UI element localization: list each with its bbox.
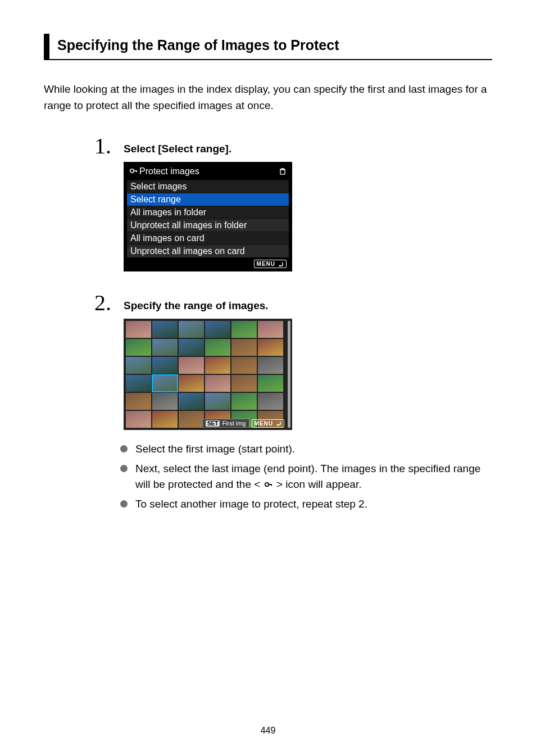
thumb[interactable] [205,375,230,392]
thumb[interactable] [205,393,230,410]
thumb[interactable] [152,321,178,338]
bullet-icon [120,465,128,472]
thumb[interactable] [126,357,151,374]
thumb-selected[interactable] [152,375,178,392]
page-number: 449 [0,726,536,736]
bullet-3: To select another image to protect, repe… [120,496,492,513]
bullet-1: Select the first image (start point). [120,441,492,458]
protect-images-menu: Protect images Select images Select rang… [124,162,292,271]
menu-item-all-on-card[interactable]: All images on card [127,232,289,245]
thumb[interactable] [126,375,151,392]
bullet-1-text: Select the first image (start point). [135,441,295,458]
svg-rect-11 [271,484,272,486]
menu-item-all-in-folder[interactable]: All images in folder [127,206,289,219]
thumb[interactable] [231,321,257,338]
svg-point-0 [130,169,134,173]
svg-rect-2 [136,170,137,172]
bullet-2: Next, select the last image (end point).… [120,461,492,493]
step-2-bullets: Select the first image (start point). Ne… [124,441,492,512]
svg-point-9 [265,483,268,486]
svg-rect-3 [280,170,285,174]
thumb[interactable] [179,357,204,374]
thumb[interactable] [179,375,204,392]
thumb[interactable] [231,375,257,392]
step-2: 2 Specify the range of images. 0 [94,294,492,515]
thumb[interactable] [179,411,204,428]
menu-header-row: Protect images [127,165,289,180]
thumb[interactable] [205,357,230,374]
thumb[interactable] [152,411,178,428]
step-1-body: Select [Select range]. Protect images [124,137,492,271]
thumb[interactable] [258,339,283,356]
return-icon [275,420,281,426]
intro-paragraph: While looking at the images in the index… [44,82,492,114]
svg-rect-5 [281,168,284,169]
bullet-icon [120,445,128,452]
thumb[interactable] [258,321,283,338]
step-number-1: 1 [94,135,124,157]
thumb[interactable] [126,339,151,356]
menu-item-unprotect-card[interactable]: Unprotect all images on card [127,245,289,257]
thumb[interactable] [258,393,283,410]
thumb[interactable] [205,321,230,338]
menu-header-text: Protect images [139,166,199,176]
thumb[interactable] [231,357,257,374]
menu-item-select-images[interactable]: Select images [127,180,289,193]
page: Specifying the Range of Images to Protec… [0,0,536,756]
menu-return-badge[interactable]: MENU [254,260,287,268]
step-1: 1 Select [Select range]. Protect images [94,137,492,271]
thumb[interactable] [126,411,151,428]
first-img-label: First img [222,420,246,427]
thumb[interactable] [126,393,151,410]
return-icon [277,261,284,267]
bullet-2-text: Next, select the last image (end point).… [135,461,492,493]
thumb[interactable] [179,339,204,356]
thumb[interactable] [205,339,230,356]
key-icon [264,481,274,488]
svg-rect-4 [280,169,285,170]
bullet-icon [120,500,128,508]
image-index-grid: 0 SET First img MENU [124,319,292,430]
grid-bottom-bar: SET First img MENU [202,419,284,428]
key-icon [129,167,138,175]
menu-return-badge[interactable]: MENU [252,419,284,428]
step-2-title: Specify the range of images. [124,300,492,312]
step-number-2: 2 [94,292,124,314]
menu-label: MENU [257,261,275,267]
thumb[interactable] [179,321,204,338]
menu-footer: MENU [127,257,289,269]
bullet-2-post: > icon will appear. [274,478,362,490]
menu-item-unprotect-folder[interactable]: Unprotect all images in folder [127,219,289,232]
trash-icon [279,168,287,175]
menu-item-select-range[interactable]: Select range [127,193,289,206]
first-image-badge[interactable]: SET First img [202,419,249,428]
thumb[interactable] [152,357,178,374]
thumb[interactable] [126,321,151,338]
step-1-title: Select [Select range]. [124,143,492,155]
thumb[interactable] [258,357,283,374]
thumb[interactable] [152,393,178,410]
section-heading: Specifying the Range of Images to Protec… [44,34,492,60]
thumb[interactable] [231,393,257,410]
thumbnail-rows [126,321,287,428]
thumb[interactable] [258,375,283,392]
thumb[interactable] [231,339,257,356]
thumb[interactable] [152,339,178,356]
menu-label: MENU [255,420,273,427]
scrollbar[interactable] [288,321,290,428]
set-label: SET [206,420,220,427]
thumb[interactable] [179,393,204,410]
step-2-body: Specify the range of images. 0 [124,294,492,515]
bullet-3-text: To select another image to protect, repe… [135,496,367,513]
